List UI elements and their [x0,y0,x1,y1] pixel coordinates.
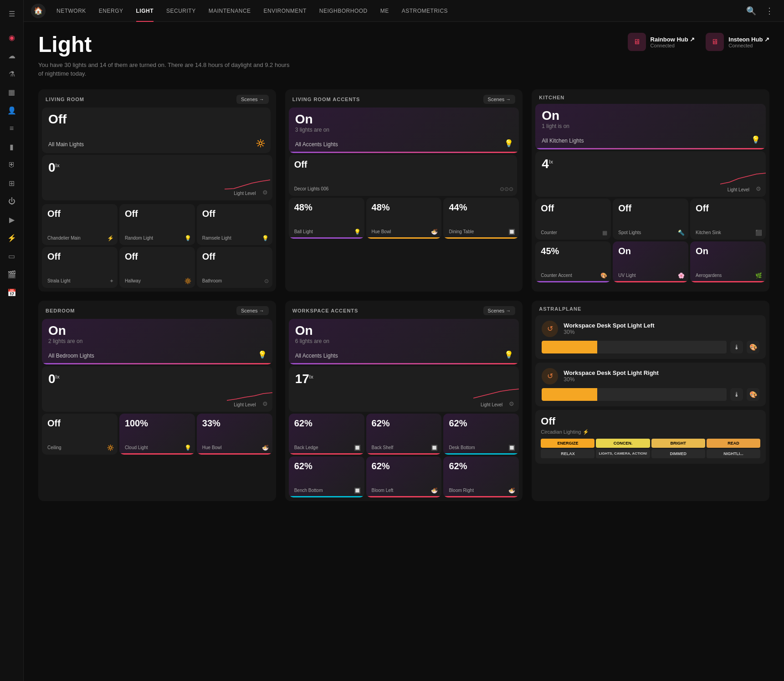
living-room-accents-scenes-button[interactable]: Scenes → [483,95,516,104]
living-room-scenes-button[interactable]: Scenes → [236,95,269,104]
counter-cell[interactable]: Off Counter ▦ [535,199,611,240]
nav-neighborhood[interactable]: NEIGHBORHOOD [314,0,373,22]
bedroom-settings-icon[interactable]: ⚙ [262,400,268,407]
kitchen-main-light[interactable]: On 1 light is on All Kitchen Lights 💡 [535,104,766,149]
lightning-icon[interactable]: ⚡ [4,230,20,246]
workspace-desk-right-device: ↺ Workspace Desk Spot Light Right 30% 🌡 [535,363,766,406]
nightlight-button[interactable]: NIGHTLI... [707,449,760,458]
nav-astrometrics[interactable]: ASTROMETRICS [396,0,453,22]
spot-lights-label: Spot Lights [618,227,683,235]
list-icon[interactable]: ≡ [4,120,20,137]
bedroom-sparkline [227,384,272,403]
uv-light-cell[interactable]: On UV Light 🌸 [613,241,688,282]
back-shelf-cell[interactable]: 62% Back Shelf 🔲 [366,414,442,455]
workspace-desk-left-bar-fill [542,341,597,353]
aerogardens-cell[interactable]: On Aerogardens 🌿 [690,241,766,282]
workspace-accents-scenes-button[interactable]: Scenes → [483,306,516,315]
workspace-desk-right-temp-icon[interactable]: 🌡 [730,388,743,401]
strala-light-cell[interactable]: Off Strala Light ✦ [42,247,118,288]
read-button[interactable]: READ [707,439,760,448]
rainbow-hub-badge[interactable]: 🖥 Rainbow Hub ↗ Connected [628,33,695,51]
hallway-cell[interactable]: Off Hallway 🔆 [119,247,195,288]
ceiling-cell[interactable]: Off Ceiling 🔆 [42,414,118,455]
ball-light-cell[interactable]: 48% Ball Light 💡 [289,198,364,239]
workspace-desk-left-color-icon[interactable]: 🎨 [747,341,759,353]
ramsele-light-icon: 💡 [262,235,269,241]
nav-me[interactable]: ME [375,0,395,22]
screen-icon[interactable]: ▭ [4,248,20,264]
workspace-lx-cell[interactable]: 17lx Light Level ⚙ [289,366,519,412]
insteon-hub-badge[interactable]: 🖥 Insteon Hub ↗ Connected [706,33,769,51]
page-subtitle: You have 30 lights and 14 of them are tu… [38,61,293,78]
chart-bar-icon[interactable]: ▦ [4,84,20,100]
nav-environment[interactable]: ENVIRONMENT [258,0,312,22]
lights-camera-button[interactable]: LIGHTS, CAMERA, ACTION! [596,449,650,458]
person-icon[interactable]: 👤 [4,102,20,118]
living-room-title: LIVING ROOM [46,97,84,102]
workspace-desk-left-temp-icon[interactable]: 🌡 [730,341,743,353]
grid-icon[interactable]: ⊞ [4,175,20,191]
video-icon[interactable]: 🎬 [4,266,20,282]
bedroom-scenes-button[interactable]: Scenes → [236,306,269,315]
uv-light-icon: 🌸 [678,272,685,279]
ceiling-label: Ceiling [47,442,112,450]
bloom-right-status: 62% [449,461,513,471]
workspace-desk-right-color-icon[interactable]: 🎨 [747,388,759,401]
energize-button[interactable]: ENERGIZE [541,439,594,448]
kitchen-lx-cell[interactable]: 4lx Light Level ⚙ [535,151,766,197]
shield-icon[interactable]: ⛨ [4,157,20,173]
chandelier-main-cell[interactable]: Off Chandelier Main ⚡ [42,204,118,245]
workspace-desk-right-thumb: ↺ [542,368,558,384]
menu-icon[interactable]: ☰ [4,5,20,22]
flask-icon[interactable]: ⚗ [4,66,20,82]
power-icon[interactable]: ⏻ [4,193,20,210]
play-circle-icon[interactable]: ▶ [4,211,20,228]
hue-bowl-lr-cell[interactable]: 48% Hue Bowl 🍜 [366,198,442,239]
workspace-settings-icon[interactable]: ⚙ [509,400,514,407]
bench-bottom-cell[interactable]: 62% Bench Bottom 🔲 [289,456,364,497]
nav-maintenance[interactable]: MAINTENANCE [203,0,256,22]
bloom-right-cell[interactable]: 62% Bloom Right 🍜 [443,456,519,497]
cloud-light-cell[interactable]: 100% Cloud Light 💡 [119,414,195,455]
cloud-icon[interactable]: ☁ [4,47,20,64]
calendar-icon[interactable]: 📅 [4,284,20,301]
kitchen-settings-icon[interactable]: ⚙ [756,185,761,192]
bar-chart-icon[interactable]: ▮ [4,138,20,155]
home-icon[interactable]: 🏠 [31,4,46,18]
back-ledge-cell[interactable]: 62% Back Ledge 🔲 [289,414,364,455]
alert-icon[interactable]: ◉ [4,29,20,46]
nav-security[interactable]: SECURITY [161,0,201,22]
chandelier-icon: ⚡ [107,235,114,241]
ramsele-light-cell[interactable]: Off Ramsele Light 💡 [197,204,272,245]
spot-lights-cell[interactable]: Off Spot Lights 🔦 [613,199,688,240]
hue-bowl-lr-status: 48% [372,202,436,213]
desk-bottom-cell[interactable]: 62% Desk Bottom 🔲 [443,414,519,455]
bloom-left-cell[interactable]: 62% Bloom Left 🍜 [366,456,442,497]
bathroom-label: Bathroom [202,276,267,283]
living-room-main-light[interactable]: Off All Main Lights 🔆 [42,108,271,153]
bedroom-lx-cell[interactable]: 0lx Light Level ⚙ [42,366,272,412]
dimmed-button[interactable]: DIMMED [651,449,705,458]
lr-accents-main-light[interactable]: On 3 lights are on All Accents Lights 💡 [289,108,519,153]
dining-table-cell[interactable]: 44% Dining Table 🔲 [443,198,519,239]
living-room-lx-cell[interactable]: 0lx Light Level ⚙ [42,155,272,200]
search-button[interactable]: 🔍 [744,4,758,18]
page-title: Light [38,33,613,57]
more-options-button[interactable]: ⋮ [762,4,777,18]
counter-accent-cell[interactable]: 45% Counter Accent 🎨 [535,241,611,282]
bright-button[interactable]: BRIGHT [651,439,705,448]
living-room-settings-icon[interactable]: ⚙ [262,189,268,196]
hue-bowl-bed-cell[interactable]: 33% Hue Bowl 🍜 [197,414,272,455]
bedroom-main-light[interactable]: On 2 lights are on All Bedroom Lights 💡 [42,319,272,364]
decor-lights-cell[interactable]: Off Decor Lights 006 ⊙⊙⊙ [289,155,518,196]
workspace-main-light[interactable]: On 6 lights are on All Accents Lights 💡 [289,319,519,364]
nav-network[interactable]: NETWORK [51,0,92,22]
nav-energy[interactable]: ENERGY [93,0,129,22]
nav-light[interactable]: LIGHT [131,0,159,22]
ball-light-icon: 💡 [354,229,361,235]
relax-button[interactable]: RELAX [541,449,594,458]
kitchen-sink-cell[interactable]: Off Kitchen Sink ⬛ [690,199,766,240]
random-light-cell[interactable]: Off Random Light 💡 [119,204,195,245]
bathroom-cell[interactable]: Off Bathroom ⊙ [197,247,272,288]
concentrate-button[interactable]: CONCEN. [596,439,650,448]
